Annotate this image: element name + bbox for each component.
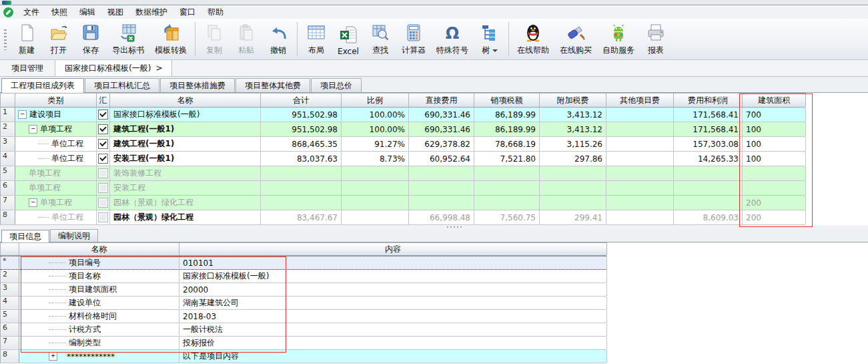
column-header-直接费用[interactable]: 直接费用	[409, 93, 474, 107]
document-tab[interactable]: 国家接口标准模板(一般) >	[55, 60, 172, 76]
menu-item-视图[interactable]: 视图	[101, 5, 129, 19]
cell-property-name[interactable]: +************	[19, 350, 179, 363]
cell-property-value[interactable]: 20000	[179, 283, 607, 296]
checkbox-icon[interactable]	[98, 183, 108, 193]
row-number[interactable]: 2	[1, 270, 19, 283]
cell-value[interactable]	[606, 122, 674, 136]
cell-value[interactable]: 200	[743, 196, 806, 210]
cell-value[interactable]	[606, 210, 674, 224]
cell-value[interactable]: 3,413.12	[540, 108, 606, 122]
cell-property-value[interactable]: 湖南某建筑公司	[179, 297, 607, 309]
row-number[interactable]: 1	[1, 108, 15, 122]
cell-property-name[interactable]: 编制类型	[19, 337, 179, 349]
row-number[interactable]: 8	[1, 350, 19, 363]
column-header-比例[interactable]: 比例	[342, 93, 409, 107]
tab-项目总价[interactable]: 项目总价	[311, 78, 362, 92]
menu-item-窗口[interactable]: 窗口	[173, 5, 201, 19]
cell-value[interactable]	[606, 196, 674, 210]
menu-item-数据维护[interactable]: 数据维护	[129, 5, 173, 19]
cell-value[interactable]	[342, 181, 409, 195]
menu-item-编辑[interactable]: 编辑	[73, 5, 101, 19]
table-row[interactable]: 1−建设项目国家接口标准模板(一般)951,502.98100.00%690,3…	[1, 108, 805, 122]
tab-工程项目组成列表[interactable]: 工程项目组成列表	[1, 78, 84, 93]
project-manager-section[interactable]: 项目管理	[0, 60, 55, 76]
cell-name[interactable]: 建筑工程(一般1)	[110, 122, 261, 136]
row-number[interactable]: 7	[1, 196, 15, 210]
column-header-汇[interactable]: 汇	[97, 93, 110, 107]
cell-value[interactable]: 100	[743, 122, 806, 136]
cell-category[interactable]: −单项工程	[15, 196, 97, 210]
toolbar-grip[interactable]	[4, 29, 7, 50]
table-row[interactable]: 8单位工程园林（景观）绿化工程83,467.6766,998.487,560.7…	[1, 210, 805, 225]
cell-value[interactable]: 8.73%	[342, 152, 409, 166]
cell-value[interactable]: 951,502.98	[261, 122, 342, 136]
cell-category[interactable]: 单位工程	[15, 152, 97, 166]
cell-value[interactable]: 297.86	[540, 152, 606, 166]
cell-value[interactable]	[342, 210, 409, 224]
cell-value[interactable]: 690,331.46	[409, 108, 474, 122]
cell-value[interactable]	[743, 181, 806, 195]
toolbar-button-自助服务[interactable]: 自助服务	[597, 19, 640, 59]
expand-collapse-icon[interactable]: −	[29, 125, 37, 134]
table-row[interactable]: 4单位工程安装工程(一般1)83,037.638.73%60,952.647,5…	[1, 152, 805, 166]
menu-item-文件[interactable]: 文件	[17, 5, 45, 19]
toolbar-button-报表[interactable]: 报表	[640, 19, 672, 59]
cell-property-name[interactable]: 项目编号	[19, 256, 179, 269]
expand-collapse-icon[interactable]: +	[49, 352, 57, 361]
cell-value[interactable]: 91.27%	[342, 137, 409, 151]
info-row[interactable]: 6计税方式一般计税法	[1, 323, 606, 337]
cell-category[interactable]: 单位工程	[15, 210, 97, 224]
cell-value[interactable]	[540, 166, 606, 180]
cell-value[interactable]	[261, 166, 342, 180]
tab-项目工料机汇总[interactable]: 项目工料机汇总	[85, 78, 159, 92]
cell-value[interactable]: 14,265.33	[674, 152, 743, 166]
row-header-corner[interactable]	[1, 242, 19, 255]
table-row[interactable]: 6单项工程安装工程	[1, 181, 805, 196]
column-header-内容[interactable]: 内容	[179, 242, 607, 255]
cell-value[interactable]: 100	[743, 137, 806, 151]
cell-value[interactable]	[409, 196, 474, 210]
tab-编制说明[interactable]: 编制说明	[50, 229, 98, 242]
cell-category[interactable]: 单项工程	[15, 166, 97, 180]
column-header-合计[interactable]: 合计	[261, 93, 342, 107]
info-row[interactable]: 3项目建筑面积20000	[1, 283, 606, 297]
column-header-其他项目费[interactable]: 其他项目费	[606, 93, 674, 107]
row-number[interactable]: 4	[1, 297, 19, 309]
cell-value[interactable]: 951,502.98	[261, 108, 342, 122]
cell-name[interactable]: 园林（景观）绿化工程	[110, 210, 261, 224]
cell-name[interactable]: 园林（景观）绿化工程	[110, 196, 261, 210]
toolbar-button-新建[interactable]: 新建	[11, 19, 43, 59]
tab-项目整体其他费[interactable]: 项目整体其他费	[236, 78, 310, 92]
info-row[interactable]: *项目编号010101	[1, 256, 606, 270]
tab-项目整体措施费[interactable]: 项目整体措施费	[160, 78, 235, 92]
toolbar-button-撤销[interactable]: 撤销	[262, 19, 294, 59]
cell-checkbox[interactable]	[97, 210, 110, 224]
column-header-销项税额[interactable]: 销项税额	[474, 93, 540, 107]
toolbar-button-在线购买[interactable]: 在线购买	[554, 19, 597, 59]
table-row[interactable]: 5单项工程装饰装修工程	[1, 166, 805, 181]
cell-category[interactable]: 单项工程	[15, 181, 97, 195]
row-number[interactable]: *	[1, 256, 19, 269]
row-number[interactable]: 5	[1, 310, 19, 323]
cell-value[interactable]	[409, 181, 474, 195]
row-number[interactable]: 8	[1, 210, 15, 224]
cell-value[interactable]: 171,568.41	[674, 108, 743, 122]
cell-checkbox[interactable]	[97, 181, 110, 195]
row-number[interactable]: 3	[1, 137, 15, 151]
cell-name[interactable]: 建筑工程(一般1)	[110, 137, 261, 151]
cell-value[interactable]	[409, 166, 474, 180]
cell-value[interactable]	[606, 181, 674, 195]
column-header-建筑面积[interactable]: 建筑面积	[743, 93, 806, 107]
toolbar-button-Excel[interactable]: Excel	[332, 19, 364, 59]
splitter-grip-icon[interactable]	[447, 226, 462, 228]
checkbox-icon[interactable]	[98, 110, 108, 120]
checkbox-icon[interactable]	[98, 212, 108, 222]
chevron-right-icon[interactable]: >	[155, 63, 162, 73]
cell-value[interactable]: 83,037.63	[261, 152, 342, 166]
cell-value[interactable]: 690,331.46	[409, 122, 474, 136]
cell-value[interactable]: 200	[743, 210, 806, 224]
row-number[interactable]: 6	[1, 323, 19, 336]
info-row[interactable]: 5材料价格时间2018-03	[1, 310, 606, 323]
cell-category[interactable]: −单项工程	[15, 122, 97, 136]
cell-value[interactable]: 299.41	[540, 210, 606, 224]
